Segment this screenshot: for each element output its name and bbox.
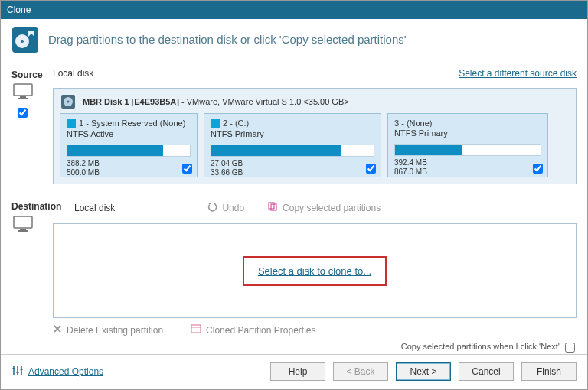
window-title: Clone bbox=[7, 5, 31, 15]
delete-icon bbox=[53, 324, 62, 336]
svg-rect-21 bbox=[21, 369, 23, 370]
advanced-options-link[interactable]: Advanced Options bbox=[11, 365, 103, 379]
partition-1-checkbox[interactable] bbox=[182, 164, 192, 174]
svg-rect-3 bbox=[14, 84, 32, 96]
svg-rect-13 bbox=[18, 230, 28, 232]
banner-text: Drag partitions to the destination disk … bbox=[48, 33, 407, 46]
partition-2[interactable]: 2 - (C:) NTFS Primary 27.04 GB33.66 GB bbox=[204, 113, 381, 177]
banner: Drag partitions to the destination disk … bbox=[1, 19, 587, 60]
copy-selected-button[interactable]: Copy selected partitions bbox=[267, 201, 381, 214]
partition-3[interactable]: 3 - (None) NTFS Primary 392.4 MB867.0 MB bbox=[387, 113, 548, 177]
partition-1[interactable]: 1 - System Reserved (None) NTFS Active 3… bbox=[60, 113, 198, 177]
next-button[interactable]: Next > bbox=[396, 362, 451, 381]
svg-point-2 bbox=[21, 40, 24, 43]
cancel-button[interactable]: Cancel bbox=[459, 362, 514, 381]
source-disk-title: MBR Disk 1 [E4E93B5A] - VMware, VMware V… bbox=[83, 97, 349, 106]
usage-bar bbox=[67, 145, 191, 157]
finish-button[interactable]: Finish bbox=[521, 362, 577, 381]
svg-point-8 bbox=[67, 101, 70, 103]
select-different-source-link[interactable]: Select a different source disk bbox=[459, 68, 577, 79]
undo-button[interactable]: Undo bbox=[207, 201, 244, 214]
destination-label: Destination bbox=[11, 200, 74, 212]
windows-flag-icon bbox=[67, 119, 76, 128]
copy-on-next-checkbox[interactable] bbox=[565, 343, 575, 353]
svg-rect-4 bbox=[20, 96, 26, 98]
monitor-icon bbox=[13, 216, 33, 232]
back-button[interactable]: < Back bbox=[333, 362, 388, 381]
source-label: Source bbox=[11, 68, 53, 80]
usage-bar bbox=[211, 145, 374, 157]
source-local-disk-label: Local disk bbox=[53, 68, 93, 79]
sliders-icon bbox=[11, 365, 24, 379]
partition-3-checkbox[interactable] bbox=[533, 164, 543, 174]
dest-local-disk-label: Local disk bbox=[74, 203, 115, 213]
svg-rect-5 bbox=[18, 98, 28, 99]
svg-rect-12 bbox=[20, 229, 26, 230]
copy-on-next-row: Copy selected partitions when I click 'N… bbox=[1, 340, 587, 354]
source-disk-checkbox[interactable] bbox=[18, 108, 28, 118]
clone-disk-icon bbox=[11, 26, 39, 54]
hdd-icon bbox=[60, 93, 77, 110]
highlight-box: Select a disk to clone to... bbox=[243, 256, 387, 286]
properties-icon bbox=[191, 324, 201, 336]
window-titlebar: Clone bbox=[1, 1, 587, 19]
undo-icon bbox=[207, 201, 217, 214]
monitor-icon bbox=[13, 83, 33, 100]
svg-rect-14 bbox=[191, 325, 201, 333]
help-button[interactable]: Help bbox=[270, 362, 325, 381]
windows-flag-icon bbox=[211, 119, 220, 128]
svg-rect-11 bbox=[14, 216, 32, 228]
delete-existing-button[interactable]: Delete Existing partition bbox=[53, 324, 163, 336]
svg-rect-20 bbox=[17, 372, 19, 373]
usage-bar bbox=[394, 144, 541, 156]
partition-2-checkbox[interactable] bbox=[366, 164, 376, 174]
svg-rect-19 bbox=[13, 368, 15, 369]
source-disk-box: MBR Disk 1 [E4E93B5A] - VMware, VMware V… bbox=[53, 88, 577, 184]
copy-icon bbox=[267, 201, 278, 214]
cloned-properties-button[interactable]: Cloned Partition Properties bbox=[191, 324, 315, 336]
destination-dropzone[interactable]: Select a disk to clone to... bbox=[53, 223, 577, 318]
select-destination-link[interactable]: Select a disk to clone to... bbox=[258, 265, 371, 277]
